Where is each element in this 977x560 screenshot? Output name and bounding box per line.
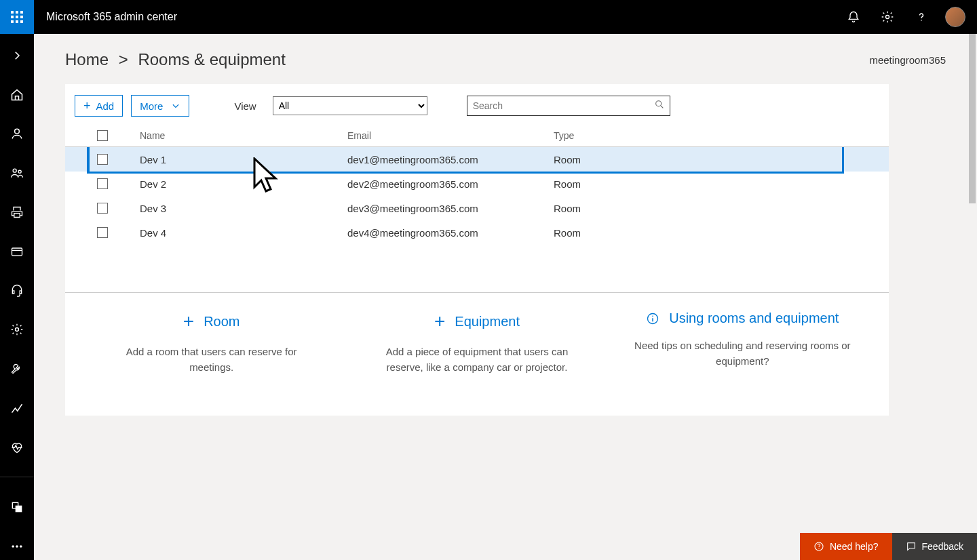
nav-billing[interactable] [3,238,31,265]
gear-icon [881,10,894,24]
gear-icon [10,323,24,336]
nav-divider [0,477,34,477]
card-equipment: + Equipment Add a piece of equipment tha… [345,311,608,375]
app-launcher-button[interactable] [0,0,34,34]
svg-point-25 [818,548,819,549]
feedback-label: Feedback [922,541,963,552]
scrollbar-thumb[interactable] [969,34,976,203]
heart-icon [10,441,24,454]
left-nav [0,34,34,560]
row-email: dev2@meetingroom365.com [347,178,554,190]
svg-rect-14 [12,248,22,256]
nav-health[interactable] [3,434,31,461]
table-row[interactable]: Dev 2dev2@meetingroom365.comRoom [65,172,889,196]
row-email: dev1@meetingroom365.com [347,154,554,165]
avatar [945,7,965,27]
chat-icon [906,541,917,552]
card-equipment-desc: Add a piece of equipment that users can … [345,344,608,375]
row-checkbox[interactable] [97,227,108,238]
svg-point-19 [16,546,18,548]
notifications-button[interactable] [840,3,867,31]
chevron-right-icon [11,49,23,62]
row-checkbox[interactable] [97,154,108,165]
nav-admin-centers[interactable] [3,494,31,521]
header-name[interactable]: Name [140,130,347,141]
table-header-row: Name Email Type [65,125,889,147]
chart-icon [10,401,24,415]
help-button[interactable] [908,3,935,31]
search-input[interactable] [467,96,670,116]
svg-point-10 [921,20,922,21]
more-button[interactable]: More [131,95,189,117]
svg-point-23 [652,315,653,317]
row-name: Dev 1 [140,154,347,165]
nav-resources[interactable] [3,199,31,226]
row-email: dev3@meetingroom365.com [347,203,554,214]
nav-home[interactable] [3,81,31,108]
svg-rect-0 [11,11,14,14]
breadcrumb-separator: > [119,50,128,68]
row-type: Room [554,203,889,214]
svg-point-20 [20,546,22,548]
settings-button[interactable] [874,3,901,31]
search-icon[interactable] [654,99,665,113]
row-type: Room [554,227,889,239]
admin-icon [10,500,24,514]
help-circle-icon [813,541,824,552]
table-row[interactable]: Dev 3dev3@meetingroom365.comRoom [65,196,889,220]
row-type: Room [554,178,889,190]
select-all-checkbox[interactable] [97,130,108,141]
expand-nav-button[interactable] [3,42,31,69]
svg-point-15 [16,328,19,332]
plus-icon: + [434,311,445,332]
header-email[interactable]: Email [347,130,554,141]
nav-groups[interactable] [3,159,31,186]
home-icon [10,88,24,102]
row-checkbox[interactable] [97,203,108,214]
card-room-desc: Add a room that users can reserve for me… [80,344,343,375]
nav-reports[interactable] [3,395,31,422]
nav-users[interactable] [3,121,31,148]
svg-rect-4 [16,16,18,18]
svg-point-12 [13,169,16,172]
using-rooms-link[interactable]: Using rooms and equipment [611,311,874,326]
ellipsis-icon [10,540,24,553]
view-select[interactable]: All [273,96,427,115]
table-row[interactable]: Dev 1dev1@meetingroom365.comRoom [65,147,889,172]
question-icon [915,10,928,24]
waffle-icon [10,10,24,24]
toolbar: + Add More View All [65,89,889,125]
info-icon [646,312,659,325]
nav-setup[interactable] [3,355,31,382]
row-name: Dev 2 [140,178,347,190]
card-room: + Room Add a room that users can reserve… [80,311,343,375]
card-icon [10,245,24,258]
more-button-label: More [140,100,163,112]
nav-settings[interactable] [3,316,31,343]
bell-icon [847,10,860,24]
plus-icon: + [83,100,91,112]
group-icon [10,166,24,180]
add-room-link[interactable]: + Room [80,311,343,332]
header-type[interactable]: Type [554,130,889,141]
table-row[interactable]: Dev 4dev4@meetingroom365.comRoom [65,220,889,245]
scrollbar[interactable] [968,34,977,560]
plus-icon: + [183,311,194,332]
add-button[interactable]: + Add [75,95,123,117]
printer-icon [10,205,24,219]
account-button[interactable] [942,3,969,31]
card-using: Using rooms and equipment Need tips on s… [611,311,874,375]
need-help-button[interactable]: Need help? [800,533,892,560]
nav-support[interactable] [3,277,31,304]
feedback-button[interactable]: Feedback [892,533,977,560]
svg-point-11 [15,129,20,134]
wrench-icon [10,362,24,376]
headset-icon [10,283,24,297]
add-equipment-link[interactable]: + Equipment [345,311,608,332]
breadcrumb-home[interactable]: Home [65,50,109,68]
app-title: Microsoft 365 admin center [46,11,177,23]
nav-more[interactable] [3,533,31,560]
row-name: Dev 3 [140,203,347,214]
row-checkbox[interactable] [97,178,108,189]
card-using-title: Using rooms and equipment [669,311,839,326]
